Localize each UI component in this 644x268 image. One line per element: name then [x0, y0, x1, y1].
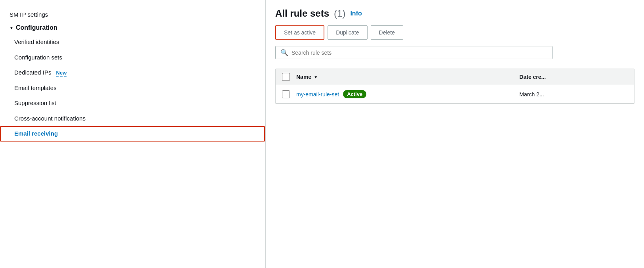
sidebar-item-cross-account-notifications[interactable]: Cross-account notifications: [0, 111, 265, 126]
table-row: my-email-rule-set Active March 2...: [276, 85, 634, 103]
sidebar: SMTP settings ▼ Configuration Verified i…: [0, 0, 265, 268]
name-column-header: Name ▼: [296, 74, 513, 80]
search-icon: 🔍: [280, 49, 288, 56]
date-column-header: Date cre...: [519, 74, 628, 80]
search-container: 🔍: [275, 46, 553, 59]
select-all-checkbox[interactable]: [282, 73, 290, 81]
sidebar-item-suppression-list[interactable]: Suppression list: [0, 96, 265, 111]
rule-set-link[interactable]: my-email-rule-set: [296, 91, 339, 98]
smtp-settings-label: SMTP settings: [0, 8, 265, 21]
page-title: All rule sets: [275, 8, 329, 19]
sidebar-item-configuration-sets[interactable]: Configuration sets: [0, 50, 265, 65]
chevron-down-icon: ▼: [10, 26, 13, 30]
new-badge: New: [56, 70, 67, 77]
configuration-section-header[interactable]: ▼ Configuration: [0, 21, 265, 34]
sidebar-item-dedicated-ips[interactable]: Dedicated IPs New: [0, 65, 265, 80]
sidebar-item-email-templates[interactable]: Email templates: [0, 80, 265, 96]
sidebar-item-verified-identities[interactable]: Verified identities: [0, 34, 265, 50]
sidebar-item-email-receiving[interactable]: Email receiving: [0, 126, 265, 142]
action-bar: Set as active Duplicate Delete: [275, 25, 634, 40]
search-input[interactable]: [292, 50, 547, 56]
page-header: All rule sets (1) Info: [275, 8, 634, 19]
active-status-badge: Active: [343, 90, 366, 98]
row-name-cell: my-email-rule-set Active: [296, 90, 513, 98]
configuration-label: Configuration: [16, 24, 57, 31]
rule-set-count: (1): [334, 8, 345, 19]
duplicate-button[interactable]: Duplicate: [328, 25, 367, 40]
sort-icon[interactable]: ▼: [314, 75, 318, 79]
set-as-active-button[interactable]: Set as active: [275, 25, 324, 40]
info-link[interactable]: Info: [350, 10, 362, 17]
row-date: March 2...: [519, 91, 628, 98]
rule-sets-table: Name ▼ Date cre... my-email-rule-set Act…: [275, 69, 634, 104]
main-content: All rule sets (1) Info Set as active Dup…: [266, 0, 644, 268]
row-checkbox[interactable]: [282, 90, 290, 98]
table-header: Name ▼ Date cre...: [276, 69, 634, 85]
delete-button[interactable]: Delete: [371, 25, 403, 40]
